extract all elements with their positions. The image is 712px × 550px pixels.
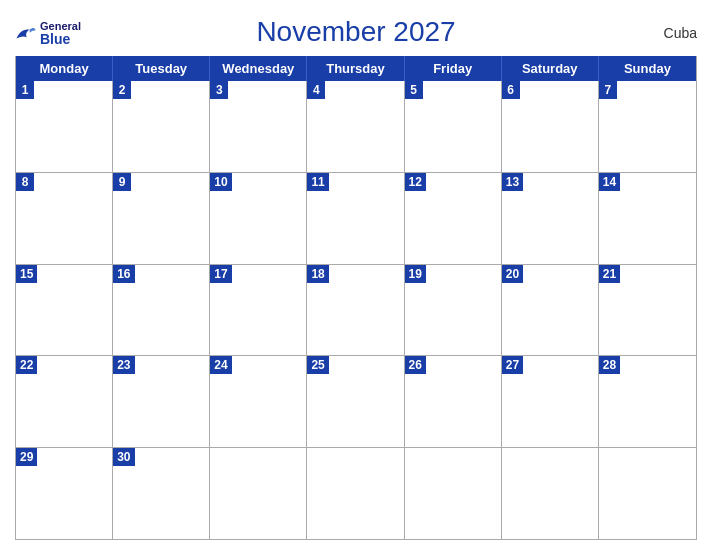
day-number: 22 bbox=[16, 356, 37, 374]
day-cell-19: 19 bbox=[405, 265, 502, 356]
day-number: 26 bbox=[405, 356, 426, 374]
day-number: 10 bbox=[210, 173, 231, 191]
country-label: Cuba bbox=[664, 25, 697, 41]
day-cell-4: 4 bbox=[307, 81, 404, 172]
day-number: 20 bbox=[502, 265, 523, 283]
day-cell-1: 1 bbox=[16, 81, 113, 172]
logo: General Blue bbox=[15, 21, 81, 46]
week-row-3: 15161718192021 bbox=[16, 265, 696, 357]
calendar-body: 1234567891011121314151617181920212223242… bbox=[16, 81, 696, 539]
day-number: 2 bbox=[113, 81, 131, 99]
day-cell-27: 27 bbox=[502, 356, 599, 447]
day-number: 24 bbox=[210, 356, 231, 374]
day-cell-18: 18 bbox=[307, 265, 404, 356]
day-number: 30 bbox=[113, 448, 134, 466]
week-row-5: 2930 bbox=[16, 448, 696, 539]
day-header-friday: Friday bbox=[405, 56, 502, 81]
day-cell-21: 21 bbox=[599, 265, 696, 356]
day-number: 3 bbox=[210, 81, 228, 99]
day-number: 29 bbox=[16, 448, 37, 466]
day-cell-25: 25 bbox=[307, 356, 404, 447]
week-row-2: 891011121314 bbox=[16, 173, 696, 265]
week-row-1: 1234567 bbox=[16, 81, 696, 173]
day-number: 8 bbox=[16, 173, 34, 191]
day-number: 6 bbox=[502, 81, 520, 99]
day-number: 19 bbox=[405, 265, 426, 283]
day-number: 27 bbox=[502, 356, 523, 374]
day-cell-29: 29 bbox=[16, 448, 113, 539]
day-headers-row: MondayTuesdayWednesdayThursdayFridaySatu… bbox=[16, 56, 696, 81]
empty-day-cell bbox=[210, 448, 307, 539]
day-number: 21 bbox=[599, 265, 620, 283]
empty-day-cell bbox=[405, 448, 502, 539]
day-cell-22: 22 bbox=[16, 356, 113, 447]
day-cell-15: 15 bbox=[16, 265, 113, 356]
day-cell-10: 10 bbox=[210, 173, 307, 264]
day-cell-3: 3 bbox=[210, 81, 307, 172]
day-number: 7 bbox=[599, 81, 617, 99]
empty-day-cell bbox=[502, 448, 599, 539]
day-number: 12 bbox=[405, 173, 426, 191]
day-cell-7: 7 bbox=[599, 81, 696, 172]
day-cell-16: 16 bbox=[113, 265, 210, 356]
day-header-tuesday: Tuesday bbox=[113, 56, 210, 81]
day-header-sunday: Sunday bbox=[599, 56, 696, 81]
week-row-4: 22232425262728 bbox=[16, 356, 696, 448]
day-number: 18 bbox=[307, 265, 328, 283]
day-number: 16 bbox=[113, 265, 134, 283]
day-number: 5 bbox=[405, 81, 423, 99]
day-cell-2: 2 bbox=[113, 81, 210, 172]
day-number: 9 bbox=[113, 173, 131, 191]
day-cell-23: 23 bbox=[113, 356, 210, 447]
day-number: 25 bbox=[307, 356, 328, 374]
day-cell-12: 12 bbox=[405, 173, 502, 264]
empty-day-cell bbox=[599, 448, 696, 539]
calendar-header: General Blue November 2027 Cuba bbox=[15, 10, 697, 56]
day-number: 11 bbox=[307, 173, 328, 191]
day-number: 28 bbox=[599, 356, 620, 374]
day-header-wednesday: Wednesday bbox=[210, 56, 307, 81]
day-cell-28: 28 bbox=[599, 356, 696, 447]
day-header-thursday: Thursday bbox=[307, 56, 404, 81]
day-cell-26: 26 bbox=[405, 356, 502, 447]
day-number: 17 bbox=[210, 265, 231, 283]
day-cell-8: 8 bbox=[16, 173, 113, 264]
day-number: 15 bbox=[16, 265, 37, 283]
day-cell-24: 24 bbox=[210, 356, 307, 447]
day-cell-5: 5 bbox=[405, 81, 502, 172]
calendar: MondayTuesdayWednesdayThursdayFridaySatu… bbox=[15, 56, 697, 540]
day-cell-30: 30 bbox=[113, 448, 210, 539]
day-number: 13 bbox=[502, 173, 523, 191]
day-cell-11: 11 bbox=[307, 173, 404, 264]
day-cell-6: 6 bbox=[502, 81, 599, 172]
day-header-monday: Monday bbox=[16, 56, 113, 81]
logo-bird-icon bbox=[15, 25, 37, 41]
day-cell-13: 13 bbox=[502, 173, 599, 264]
day-number: 4 bbox=[307, 81, 325, 99]
day-number: 14 bbox=[599, 173, 620, 191]
empty-day-cell bbox=[307, 448, 404, 539]
day-cell-14: 14 bbox=[599, 173, 696, 264]
logo-blue-text: Blue bbox=[40, 32, 81, 46]
calendar-title: November 2027 bbox=[256, 16, 455, 48]
day-header-saturday: Saturday bbox=[502, 56, 599, 81]
day-number: 23 bbox=[113, 356, 134, 374]
day-cell-9: 9 bbox=[113, 173, 210, 264]
day-cell-20: 20 bbox=[502, 265, 599, 356]
day-number: 1 bbox=[16, 81, 34, 99]
day-cell-17: 17 bbox=[210, 265, 307, 356]
